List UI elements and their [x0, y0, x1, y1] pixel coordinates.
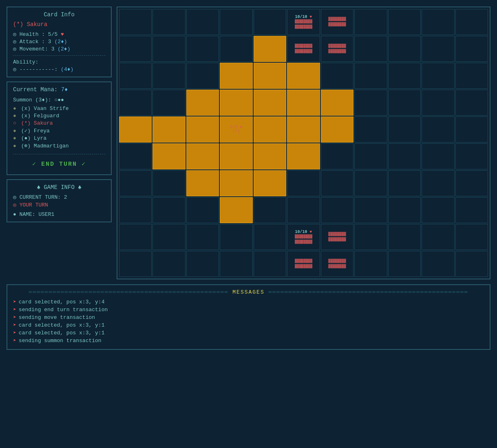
cell-7-4[interactable] — [254, 197, 286, 223]
cell-3-6[interactable] — [321, 90, 353, 116]
cell-8-10[interactable] — [455, 224, 488, 250]
cell-9-8[interactable] — [388, 251, 421, 277]
cell-4-6[interactable] — [321, 116, 353, 143]
cell-8-8[interactable] — [388, 224, 421, 250]
cell-5-7[interactable] — [354, 143, 387, 169]
cell-8-0[interactable] — [119, 224, 152, 250]
cell-4-8[interactable] — [388, 116, 421, 143]
cell-9-5[interactable]: ▓▓▓▓▓▓▓▓▓▓▓▓▓▓▓▓ — [287, 251, 320, 277]
cell-8-5[interactable]: 10/10 ♥▓▓▓▓▓▓▓▓▓▓▓▓▓▓▓▓ — [287, 224, 320, 250]
cell-1-4[interactable] — [254, 36, 286, 62]
cell-2-2[interactable] — [186, 63, 219, 89]
cell-7-6[interactable] — [321, 197, 353, 223]
cell-0-10[interactable] — [455, 9, 488, 35]
cell-1-9[interactable] — [422, 36, 454, 62]
cell-5-8[interactable] — [388, 143, 421, 169]
cell-3-8[interactable] — [388, 90, 421, 116]
cell-9-1[interactable] — [152, 251, 185, 277]
cell-1-1[interactable] — [152, 36, 185, 62]
cell-6-4[interactable] — [254, 170, 286, 196]
cell-6-1[interactable] — [152, 170, 185, 196]
cell-9-9[interactable] — [422, 251, 454, 277]
cell-3-9[interactable] — [422, 90, 454, 116]
cell-8-6[interactable]: ▓▓▓▓▓▓▓▓▓▓▓▓▓▓▓▓ — [321, 224, 353, 250]
cell-7-0[interactable] — [119, 197, 152, 223]
cell-9-6[interactable]: ▓▓▓▓▓▓▓▓▓▓▓▓▓▓▓▓ — [321, 251, 353, 277]
cell-6-5[interactable] — [287, 170, 320, 196]
cell-4-2[interactable] — [186, 116, 219, 143]
cell-6-3[interactable] — [220, 170, 252, 196]
cell-6-6[interactable] — [321, 170, 353, 196]
cell-1-10[interactable] — [455, 36, 488, 62]
cell-0-6[interactable]: ▓▓▓▓▓▓▓▓▓▓▓▓▓▓▓▓ — [321, 9, 353, 35]
cell-5-6[interactable] — [321, 143, 353, 169]
cell-4-7[interactable] — [354, 116, 387, 143]
cell-1-8[interactable] — [388, 36, 421, 62]
cell-6-9[interactable] — [422, 170, 454, 196]
cell-0-0[interactable] — [119, 9, 152, 35]
cell-5-3[interactable] — [220, 143, 252, 169]
cell-7-8[interactable] — [388, 197, 421, 223]
cell-9-0[interactable] — [119, 251, 152, 277]
cell-5-4[interactable] — [254, 143, 286, 169]
cell-2-1[interactable] — [152, 63, 185, 89]
cell-7-9[interactable] — [422, 197, 454, 223]
cell-7-3[interactable] — [220, 197, 252, 223]
cell-7-5[interactable] — [287, 197, 320, 223]
cell-9-4[interactable] — [254, 251, 286, 277]
cell-4-4[interactable] — [254, 116, 286, 143]
cell-0-5[interactable]: 10/10 ♥▓▓▓▓▓▓▓▓▓▓▓▓▓▓▓▓ — [287, 9, 320, 35]
cell-3-4[interactable] — [254, 90, 286, 116]
cell-2-6[interactable] — [321, 63, 353, 89]
cell-0-8[interactable] — [388, 9, 421, 35]
cell-2-3[interactable] — [220, 63, 252, 89]
cell-0-3[interactable] — [220, 9, 252, 35]
cell-8-3[interactable] — [220, 224, 252, 250]
cell-2-4[interactable] — [254, 63, 286, 89]
cell-3-0[interactable] — [119, 90, 152, 116]
cell-0-1[interactable] — [152, 9, 185, 35]
cell-3-7[interactable] — [354, 90, 387, 116]
cell-1-6[interactable]: ▓▓▓▓▓▓▓▓▓▓▓▓▓▓▓▓ — [321, 36, 353, 62]
cell-0-9[interactable] — [422, 9, 454, 35]
cell-3-1[interactable] — [152, 90, 185, 116]
cell-3-2[interactable] — [186, 90, 219, 116]
cell-8-9[interactable] — [422, 224, 454, 250]
cell-9-3[interactable] — [220, 251, 252, 277]
cell-0-2[interactable] — [186, 9, 219, 35]
cell-9-2[interactable] — [186, 251, 219, 277]
cell-3-3[interactable] — [220, 90, 252, 116]
cell-6-8[interactable] — [388, 170, 421, 196]
board-area[interactable]: 10/10 ♥▓▓▓▓▓▓▓▓▓▓▓▓▓▓▓▓▓▓▓▓▓▓▓▓▓▓▓▓▓▓▓▓▓… — [117, 7, 490, 279]
end-turn-button[interactable]: ✓ END TURN ✓ — [13, 158, 105, 170]
cell-6-0[interactable] — [119, 170, 152, 196]
cell-4-10[interactable] — [455, 116, 488, 143]
cell-2-0[interactable] — [119, 63, 152, 89]
cell-5-10[interactable] — [455, 143, 488, 169]
cell-5-0[interactable] — [119, 143, 152, 169]
cell-5-2[interactable] — [186, 143, 219, 169]
cell-6-7[interactable] — [354, 170, 387, 196]
cell-4-0[interactable] — [119, 116, 152, 143]
cell-5-5[interactable] — [287, 143, 320, 169]
cell-6-2[interactable] — [186, 170, 219, 196]
cell-1-2[interactable] — [186, 36, 219, 62]
cell-5-9[interactable] — [422, 143, 454, 169]
cell-2-10[interactable] — [455, 63, 488, 89]
cell-7-7[interactable] — [354, 197, 387, 223]
cell-0-4[interactable] — [254, 9, 286, 35]
cell-8-7[interactable] — [354, 224, 387, 250]
cell-9-7[interactable] — [354, 251, 387, 277]
cell-2-7[interactable] — [354, 63, 387, 89]
cell-9-10[interactable] — [455, 251, 488, 277]
cell-7-10[interactable] — [455, 197, 488, 223]
cell-4-3[interactable]: 5/5 ♥(*) — [220, 116, 252, 143]
cell-1-0[interactable] — [119, 36, 152, 62]
cell-7-2[interactable] — [186, 197, 219, 223]
cell-6-10[interactable] — [455, 170, 488, 196]
cell-2-9[interactable] — [422, 63, 454, 89]
cell-2-8[interactable] — [388, 63, 421, 89]
cell-8-1[interactable] — [152, 224, 185, 250]
cell-5-1[interactable] — [152, 143, 185, 169]
cell-1-5[interactable]: ▓▓▓▓▓▓▓▓▓▓▓▓▓▓▓▓ — [287, 36, 320, 62]
